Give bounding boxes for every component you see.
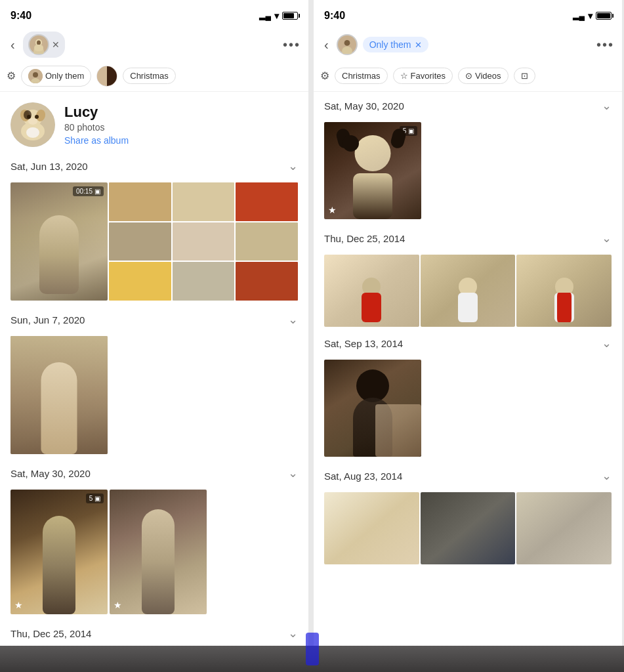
thumb-may30-right[interactable]: 5 ▣ ★ [324, 122, 421, 219]
signal-icon-right: ▂▄ [573, 11, 585, 20]
filter-favorites-right[interactable]: ☆ Favorites [393, 68, 453, 84]
more-button-left[interactable]: ••• [283, 37, 301, 52]
star-badge-right: ★ [328, 205, 337, 215]
photo-area-may30-right[interactable]: 5 ▣ ★ [314, 122, 622, 219]
section-sep13: Sat, Sep 13, 2014 ⌄ [314, 329, 622, 360]
thumb-may30-2[interactable]: ★ [110, 490, 207, 614]
date-row-may30-right: Sat, May 30, 2020 ⌄ [324, 98, 612, 113]
thumb-may30-1[interactable]: 5 ▣ ★ [10, 490, 108, 614]
filter-icon-left[interactable]: ⚙ [7, 70, 16, 82]
video-thumb-jun13[interactable]: 00:15 ▣ [10, 182, 108, 301]
share-album-button[interactable]: Share as album [64, 135, 129, 146]
mini-2[interactable] [173, 182, 235, 221]
person-icon-right: ⊡ [521, 71, 528, 81]
svg-point-2 [37, 41, 41, 45]
date-label-jun7: Sun, Jun 7, 2020 [10, 314, 85, 326]
only-them-chip-right[interactable]: Only them ✕ [363, 37, 429, 52]
date-label-aug23: Sat, Aug 23, 2014 [324, 471, 402, 482]
photo-triple-dec25[interactable] [314, 255, 622, 327]
mini-1[interactable] [109, 182, 171, 221]
status-icons-left: ▂▄ ▾ [259, 10, 298, 21]
filter-christmas-right[interactable]: Christmas [335, 68, 388, 84]
favorites-label-right: Favorites [411, 71, 446, 81]
signal-icon-left: ▂▄ [259, 11, 271, 20]
thumb-sep13[interactable] [324, 360, 421, 457]
chip-thumb-left [97, 66, 117, 87]
back-button-left[interactable]: ‹ [8, 35, 18, 55]
collapse-btn-dec25-left[interactable]: ⌄ [288, 626, 298, 640]
battery-fill-left [283, 13, 294, 18]
person-chip-left[interactable]: ✕ [23, 32, 65, 58]
profile-photo-count: 80 photos [64, 122, 129, 133]
mini-6[interactable] [236, 222, 298, 261]
date-row-dec25-left: Thu, Dec 25, 2014 ⌄ [10, 626, 298, 640]
mini-9[interactable] [236, 262, 298, 301]
svg-point-6 [33, 72, 38, 77]
filter-christmas-left[interactable]: Christmas [123, 68, 176, 84]
christmas-label-right: Christmas [342, 71, 381, 81]
collapse-btn-may30-left[interactable]: ⌄ [288, 466, 298, 480]
single-thumb-jun7[interactable] [10, 336, 108, 454]
only-them-label-left: Only them [45, 71, 84, 81]
svg-point-18 [26, 127, 39, 138]
photo-grid-may30-left[interactable]: 5 ▣ ★ ★ [0, 490, 308, 614]
status-bar-left: 9:40 ▂▄ ▾ [0, 0, 308, 29]
thumb-aug23-3[interactable] [516, 492, 612, 564]
profile-avatar[interactable] [10, 102, 55, 147]
close-chip-x-left[interactable]: ✕ [52, 39, 60, 50]
star-badge-2: ★ [114, 600, 122, 610]
thumb-aug23-2[interactable] [421, 492, 516, 564]
content-left: Lucy 80 photos Share as album Sat, Jun 1… [0, 92, 308, 672]
thumb-dec25-3[interactable] [516, 255, 612, 327]
photo-grid-jun7[interactable] [0, 336, 308, 454]
filter-thumbnails-left[interactable] [96, 66, 117, 87]
collapse-btn-sep13[interactable]: ⌄ [602, 336, 612, 350]
date-row-may30-left: Sat, May 30, 2020 ⌄ [10, 466, 298, 480]
profile-header: Lucy 80 photos Share as album [0, 92, 308, 152]
close-chip-x-right[interactable]: ✕ [415, 40, 422, 50]
collapse-btn-jun13[interactable]: ⌄ [288, 159, 298, 173]
photo-grid-9[interactable] [109, 182, 298, 301]
date-label-sep13: Sat, Sep 13, 2014 [324, 338, 403, 349]
mini-5[interactable] [173, 222, 235, 261]
date-row-sep13: Sat, Sep 13, 2014 ⌄ [324, 336, 612, 350]
photo-area-sep13[interactable] [314, 360, 622, 457]
mini-8[interactable] [173, 262, 235, 301]
collapse-btn-dec25-right[interactable]: ⌄ [602, 231, 612, 245]
section-aug23: Sat, Aug 23, 2014 ⌄ [314, 462, 622, 492]
mini-3[interactable] [236, 182, 298, 221]
star-badge-1: ★ [14, 600, 23, 610]
wifi-icon-left: ▾ [274, 10, 279, 21]
section-may30-left: Sat, May 30, 2020 ⌄ [0, 459, 308, 490]
back-button-right[interactable]: ‹ [322, 35, 331, 55]
mini-4[interactable] [109, 222, 171, 261]
wifi-icon-right: ▾ [588, 10, 593, 21]
thumb-dec25-2[interactable] [421, 255, 516, 327]
collapse-btn-aug23[interactable]: ⌄ [602, 469, 612, 483]
section-dec25-right: Thu, Dec 25, 2014 ⌄ [314, 224, 622, 255]
profile-name: Lucy [64, 104, 129, 121]
photo-triple-aug23[interactable] [314, 492, 622, 564]
collapse-btn-may30-right[interactable]: ⌄ [602, 98, 612, 113]
filter-person-right[interactable]: ⊡ [514, 68, 535, 84]
more-button-right[interactable]: ••• [596, 37, 614, 52]
svg-rect-4 [34, 45, 43, 51]
play-icon-right: ⊙ [465, 71, 472, 81]
section-may30-right: Sat, May 30, 2020 ⌄ [314, 92, 622, 122]
filter-icon-right[interactable]: ⚙ [320, 70, 329, 82]
video-time: 00:15 [76, 188, 93, 195]
mini-7[interactable] [109, 262, 171, 301]
status-bar-right: 9:40 ▂▄ ▾ [314, 0, 622, 29]
photo-grid-jun13[interactable]: 00:15 ▣ [0, 182, 308, 301]
thumb-dec25-1[interactable] [324, 255, 419, 327]
filter-videos-right[interactable]: ⊙ Videos [458, 68, 509, 84]
status-icons-right: ▂▄ ▾ [573, 10, 612, 21]
right-screen: 9:40 ▂▄ ▾ ‹ Only them ✕ ••• ⚙ Chri [314, 0, 622, 672]
date-label-may30-left: Sat, May 30, 2020 [10, 468, 91, 479]
filter-only-them-left[interactable]: Only them [21, 66, 91, 87]
collapse-btn-jun7[interactable]: ⌄ [288, 312, 298, 327]
person-avatar-left [28, 34, 49, 55]
chip-avatar-left [28, 69, 43, 83]
nav-bar-right: ‹ Only them ✕ ••• [314, 29, 622, 60]
thumb-aug23-1[interactable] [324, 492, 419, 564]
